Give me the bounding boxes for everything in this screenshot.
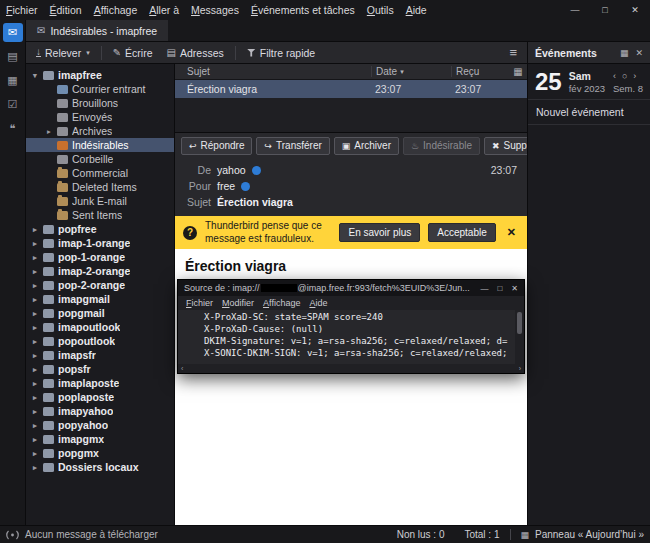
folder-row-junk-e-mail[interactable]: Junk E-mail — [26, 194, 174, 208]
close-button[interactable]: ✕ — [620, 1, 650, 19]
twisty-icon[interactable]: ▸ — [31, 421, 39, 430]
scroll-right-arrow-icon[interactable]: › — [519, 365, 521, 372]
maximize-button[interactable]: □ — [590, 1, 620, 19]
account-row-pop-2-orange[interactable]: ▸pop-2-orange — [26, 278, 174, 292]
contact-icon[interactable] — [241, 182, 250, 191]
column-subject[interactable]: Sujet — [175, 66, 371, 77]
account-row-dossiers-locaux[interactable]: ▸Dossiers locaux — [26, 460, 174, 474]
today-pane-toggle[interactable]: Panneau « Aujourd’hui » — [535, 529, 644, 540]
twisty-icon[interactable]: ▸ — [31, 435, 39, 444]
twisty-icon[interactable]: ▸ — [31, 323, 39, 332]
get-messages-button[interactable]: ↓ Relever ▾ — [30, 45, 96, 61]
calendar-space-icon[interactable]: ▦ — [3, 71, 23, 90]
twisty-icon[interactable]: ▸ — [31, 337, 39, 346]
column-received[interactable]: Reçu — [451, 66, 509, 77]
account-row-imapfree[interactable]: ▾imapfree — [26, 68, 174, 82]
from-value[interactable]: yahoo — [217, 164, 246, 176]
folder-row-commercial[interactable]: Commercial — [26, 166, 174, 180]
twisty-icon[interactable]: ▸ — [31, 393, 39, 402]
account-row-imapgmx[interactable]: ▸imapgmx — [26, 432, 174, 446]
scroll-left-arrow-icon[interactable]: ‹ — [181, 365, 183, 372]
menu-aide[interactable]: Aide — [400, 1, 433, 19]
source-menu-aide[interactable]: Aide — [305, 298, 331, 308]
menu-evenements-et-taches[interactable]: Événements et tâches — [245, 1, 361, 19]
chevron-down-icon[interactable]: ▾ — [86, 49, 90, 57]
twisty-icon[interactable]: ▸ — [31, 267, 39, 276]
minimize-button[interactable]: — — [560, 1, 590, 19]
account-row-imap-1-orange[interactable]: ▸imap-1-orange — [26, 236, 174, 250]
today-icon[interactable]: ○ — [622, 71, 627, 81]
source-horizontal-scrollbar[interactable]: ‹ › — [178, 364, 524, 373]
chat-space-icon[interactable]: ❝ — [3, 119, 23, 138]
account-row-imapgmail[interactable]: ▸imapgmail — [26, 292, 174, 306]
twisty-icon[interactable]: ▸ — [31, 225, 39, 234]
twisty-icon[interactable]: ▸ — [31, 351, 39, 360]
menu-affichage[interactable]: Affichage — [88, 1, 144, 19]
source-minimize-button[interactable]: — — [480, 284, 488, 293]
twisty-icon[interactable]: ▸ — [31, 463, 39, 472]
menu-outils[interactable]: Outils — [361, 1, 400, 19]
reply-button[interactable]: ↩ Répondre — [181, 137, 252, 155]
account-row-imapsfr[interactable]: ▸imapsfr — [26, 348, 174, 362]
message-source-window[interactable]: Source de : imap:// @imap.free.fr:993/fe… — [177, 279, 525, 374]
source-close-button[interactable]: ✕ — [511, 284, 518, 293]
address-book-space-icon[interactable]: ▤ — [3, 47, 23, 66]
twisty-icon[interactable]: ▸ — [31, 253, 39, 262]
tab-junk-imapfree[interactable]: ✉ Indésirables - imapfree — [26, 20, 168, 41]
folder-row-archives[interactable]: ▸Archives — [26, 124, 174, 138]
folder-row-courrier-entrant[interactable]: Courrier entrant — [26, 82, 174, 96]
account-row-popgmx[interactable]: ▸popgmx — [26, 446, 174, 460]
source-menu-affichage[interactable]: Affichage — [259, 298, 304, 308]
banner-close-icon[interactable]: ✕ — [504, 226, 519, 239]
folder-row-brouillons[interactable]: Brouillons — [26, 96, 174, 110]
acceptable-button[interactable]: Acceptable — [428, 223, 495, 242]
account-row-imap-2-orange[interactable]: ▸imap-2-orange — [26, 264, 174, 278]
twisty-icon[interactable]: ▸ — [31, 407, 39, 416]
archive-button[interactable]: ▣ Archiver — [334, 137, 399, 155]
account-row-poplaposte[interactable]: ▸poplaposte — [26, 390, 174, 404]
account-row-imapyahoo[interactable]: ▸imapyahoo — [26, 404, 174, 418]
account-row-pop-1-orange[interactable]: ▸pop-1-orange — [26, 250, 174, 264]
address-book-button[interactable]: ▤ Adresses — [161, 45, 230, 61]
folder-row-indesirables[interactable]: Indésirables — [26, 138, 174, 152]
app-menu-button[interactable]: ≡ — [503, 43, 523, 62]
message-row[interactable]: Érection viagra23:0723:07 — [175, 80, 527, 98]
scrollbar-thumb[interactable] — [517, 312, 522, 334]
write-button[interactable]: ✎ Écrire — [107, 45, 159, 61]
menu-aller-a[interactable]: Aller à — [143, 1, 185, 19]
tasks-space-icon[interactable]: ☑ — [3, 95, 23, 114]
source-menu-fichier[interactable]: Fichier — [182, 298, 217, 308]
folder-row-envoyes[interactable]: Envoyés — [26, 110, 174, 124]
twisty-icon[interactable]: ▸ — [31, 295, 39, 304]
folder-row-sent-items[interactable]: Sent Items — [26, 208, 174, 222]
twisty-icon[interactable]: ▾ — [31, 71, 39, 80]
learn-more-button[interactable]: En savoir plus — [339, 223, 420, 242]
folder-row-corbeille[interactable]: Corbeille — [26, 152, 174, 166]
account-row-imapoutlook[interactable]: ▸imapoutlook — [26, 320, 174, 334]
contact-icon[interactable] — [252, 166, 261, 175]
forward-button[interactable]: ↪ Transférer — [256, 137, 329, 155]
twisty-icon[interactable]: ▸ — [31, 309, 39, 318]
account-row-popgmail[interactable]: ▸popgmail — [26, 306, 174, 320]
mail-space-icon[interactable]: ✉ — [3, 23, 23, 42]
account-row-popfree[interactable]: ▸popfree — [26, 222, 174, 236]
account-row-popoutlook[interactable]: ▸popoutlook — [26, 334, 174, 348]
previous-day-icon[interactable]: ‹ — [613, 71, 616, 81]
to-value[interactable]: free — [217, 180, 235, 192]
next-day-icon[interactable]: › — [633, 71, 636, 81]
twisty-icon[interactable]: ▸ — [45, 127, 53, 136]
twisty-icon[interactable]: ▸ — [31, 281, 39, 290]
twisty-icon[interactable]: ▸ — [31, 365, 39, 374]
account-row-imaplaposte[interactable]: ▸imaplaposte — [26, 376, 174, 390]
quick-filter-button[interactable]: Filtre rapide — [241, 45, 321, 61]
source-maximize-button[interactable]: □ — [497, 284, 502, 293]
menu-fichier[interactable]: Fichier — [0, 1, 44, 19]
twisty-icon[interactable]: ▸ — [31, 379, 39, 388]
account-row-popsfr[interactable]: ▸popsfr — [26, 362, 174, 376]
folder-row-deleted-items[interactable]: Deleted Items — [26, 180, 174, 194]
account-row-popyahoo[interactable]: ▸popyahoo — [26, 418, 174, 432]
twisty-icon[interactable]: ▸ — [31, 449, 39, 458]
twisty-icon[interactable]: ▸ — [31, 239, 39, 248]
events-close-icon[interactable]: ✕ — [635, 48, 643, 58]
source-vertical-scrollbar[interactable] — [515, 310, 524, 364]
